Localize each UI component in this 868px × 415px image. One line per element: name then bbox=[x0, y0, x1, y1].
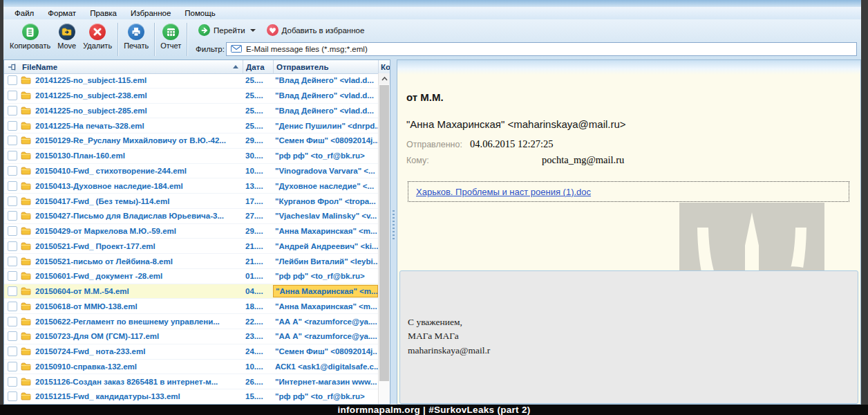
row-filename: 20150601-Fwd_ документ -28.eml bbox=[35, 272, 243, 280]
add-favorite-button[interactable]: Добавить в избранное bbox=[264, 23, 368, 37]
row-filename: 20141225-no_subject-238.eml bbox=[35, 91, 243, 100]
file-list-row[interactable]: 20150724-Fwd_ нота-233.eml 24.... "Семен… bbox=[4, 344, 390, 360]
file-list-row[interactable]: 20150723-Для ОМ (ГСМ)-117.eml 23.... "АА… bbox=[4, 329, 390, 344]
file-list-row[interactable]: 20141225-На печать-328.eml 25.... "Денис… bbox=[4, 118, 390, 133]
toolbar-separator bbox=[154, 23, 155, 56]
row-checkbox[interactable] bbox=[8, 211, 17, 221]
folder-icon bbox=[21, 287, 31, 295]
menu-help[interactable]: Помощь bbox=[178, 8, 222, 19]
row-sender: "Андрей Андреевич" <ki... bbox=[273, 241, 378, 252]
delete-icon bbox=[89, 24, 106, 40]
menu-favorites[interactable]: Избранное bbox=[124, 8, 178, 19]
column-header-filename[interactable]: FileName bbox=[21, 60, 243, 73]
print-button[interactable]: Печать bbox=[120, 21, 152, 50]
to-value: pochta_mg@mail.ru bbox=[542, 154, 624, 166]
attachment-box: Харьков. Проблемы и наст роения (1).doc bbox=[408, 181, 849, 202]
row-sender: "рф рф" <to_rf@bk.ru> bbox=[273, 391, 378, 402]
column-header-sender[interactable]: Отправитель bbox=[273, 60, 378, 73]
column-header-to[interactable]: Ко bbox=[378, 60, 390, 73]
copy-label: Копировать bbox=[10, 42, 50, 50]
file-list-header: FileName Дата Отправитель Ко bbox=[4, 60, 390, 74]
row-checkbox[interactable] bbox=[8, 75, 17, 85]
file-list-row[interactable]: 20141225-no_subject-115.eml 25.... "Влад… bbox=[4, 73, 390, 89]
filter-value: E-Mail message files (*.msg;*.eml) bbox=[246, 45, 368, 53]
file-list-row[interactable]: 20150417-Fwd_ (Без темы)-114.eml 17.... … bbox=[4, 194, 390, 209]
filter-combobox[interactable]: E-Mail message files (*.msg;*.eml) bbox=[226, 42, 857, 56]
row-sender: "Vinogradova Varvara" <... bbox=[273, 165, 378, 176]
row-checkbox[interactable] bbox=[8, 196, 17, 206]
row-checkbox[interactable] bbox=[8, 121, 17, 131]
menu-edit[interactable]: Правка bbox=[83, 8, 124, 19]
list-scrollbar[interactable] bbox=[378, 73, 390, 404]
envelope-icon bbox=[231, 45, 242, 54]
row-sender: АСК1 <ask1@digitalsafe.c... bbox=[273, 361, 378, 372]
goto-button[interactable]: Перейти bbox=[196, 23, 258, 37]
file-list-row[interactable]: 20141225-no_subject-238.eml 25.... "Влад… bbox=[4, 89, 390, 104]
panel-splitter[interactable] bbox=[390, 59, 397, 405]
file-list-row[interactable]: 20150910-справка-132.eml 10.... АСК1 <as… bbox=[4, 360, 390, 375]
goto-label: Перейти bbox=[214, 26, 245, 35]
row-checkbox[interactable] bbox=[8, 347, 17, 356]
file-list-row[interactable]: 20151215-Fwd_ кандидатуры-133.eml 15....… bbox=[4, 389, 390, 405]
scrollbar-thumb[interactable] bbox=[379, 85, 389, 381]
report-icon bbox=[162, 24, 179, 40]
row-checkbox[interactable] bbox=[8, 166, 17, 176]
copy-button[interactable]: Копировать bbox=[6, 21, 54, 50]
file-list-row[interactable]: 20150410-Fwd_ стихотворение-244.eml 10..… bbox=[4, 164, 390, 179]
pin-column-header[interactable] bbox=[4, 60, 21, 73]
row-sender: "рф рф" <to_rf@bk.ru> bbox=[273, 270, 378, 282]
row-checkbox[interactable] bbox=[8, 377, 17, 387]
file-list-row[interactable]: 20150129-Re_Руслану Михайловичу от В.Ю.-… bbox=[4, 133, 390, 149]
date-header-label: Дата bbox=[246, 63, 265, 71]
file-list-row[interactable]: 20150521-Fwd_ Проект-177.eml 21.... "Анд… bbox=[4, 239, 390, 254]
file-list-row[interactable]: 20150618-от ММЮ-138.eml 18.... "Анна Мах… bbox=[4, 299, 390, 314]
row-date: 29.... bbox=[243, 136, 273, 145]
file-list-row[interactable]: 20150413-Духовное наследие-184.eml 13...… bbox=[4, 178, 390, 194]
attachment-link[interactable]: Харьков. Проблемы и наст роения (1).doc bbox=[416, 187, 591, 197]
file-list-row[interactable]: 20150130-План-160.eml 30.... "рф рф" <to… bbox=[4, 149, 390, 164]
file-list-row[interactable]: 20150622-Регламент по внешнему управлени… bbox=[4, 314, 390, 329]
menu-file[interactable]: Файл bbox=[8, 8, 41, 19]
row-checkbox[interactable] bbox=[8, 391, 17, 401]
row-checkbox[interactable] bbox=[8, 106, 17, 116]
row-checkbox[interactable] bbox=[8, 257, 17, 266]
row-date: 25.... bbox=[243, 76, 273, 84]
row-checkbox[interactable] bbox=[8, 317, 17, 326]
file-list-row[interactable]: 20150521-письмо от Лейбина-8.eml 21.... … bbox=[4, 254, 390, 269]
file-list-row[interactable]: 20150601-Fwd_ документ -28.eml 01.... "р… bbox=[4, 269, 390, 284]
file-list-row[interactable]: 20141225-no_subject-285.eml 25.... "Влад… bbox=[4, 104, 390, 119]
row-filename: 20151126-Создан заказ 8265481 в интернет… bbox=[35, 378, 243, 386]
row-sender: "Влад Дейнего" <vlad.d... bbox=[273, 90, 378, 101]
row-filename: 20150429-от Маркелова М.Ю.-59.eml bbox=[35, 227, 243, 235]
delete-button[interactable]: Удалить bbox=[79, 21, 115, 50]
menu-format[interactable]: Формат bbox=[41, 8, 83, 19]
scroll-up-arrow[interactable] bbox=[379, 73, 390, 84]
move-button[interactable]: Move bbox=[54, 21, 79, 50]
file-list-row[interactable]: 20150604-от М.М.-54.eml 04.... "Анна Мах… bbox=[4, 284, 390, 299]
row-checkbox[interactable] bbox=[8, 302, 17, 311]
title-bar bbox=[3, 0, 861, 7]
file-list-row[interactable]: 20151126-Создан заказ 8265481 в интернет… bbox=[4, 374, 390, 389]
row-date: 10.... bbox=[243, 362, 273, 371]
row-date: 30.... bbox=[243, 151, 273, 160]
pin-icon bbox=[8, 64, 17, 71]
row-checkbox[interactable] bbox=[8, 241, 17, 251]
report-button[interactable]: Отчет bbox=[157, 21, 185, 50]
file-list-row[interactable]: 20150429-от Маркелова М.Ю.-59.eml 29....… bbox=[4, 224, 390, 239]
row-checkbox[interactable] bbox=[8, 286, 17, 296]
row-checkbox[interactable] bbox=[8, 181, 17, 191]
row-checkbox[interactable] bbox=[8, 331, 17, 341]
app-window: Файл Формат Правка Избранное Помощь Копи… bbox=[3, 0, 861, 405]
column-header-date[interactable]: Дата bbox=[243, 60, 273, 73]
row-checkbox[interactable] bbox=[8, 151, 17, 160]
row-checkbox[interactable] bbox=[8, 362, 17, 371]
row-filename: 20150130-План-160.eml bbox=[35, 151, 243, 160]
email-from: "Анна Махаринская" <maharinskaya@mail.ru… bbox=[406, 118, 851, 130]
row-checkbox[interactable] bbox=[8, 91, 17, 100]
row-checkbox[interactable] bbox=[8, 136, 17, 145]
row-checkbox[interactable] bbox=[8, 226, 17, 236]
row-checkbox[interactable] bbox=[8, 271, 17, 281]
file-list-row[interactable]: 20150427-Письмо для Владислав Юрьевича-3… bbox=[4, 209, 390, 224]
toolbar-separator bbox=[117, 23, 118, 56]
row-filename: 20150622-Регламент по внешнему управлени… bbox=[35, 317, 243, 326]
